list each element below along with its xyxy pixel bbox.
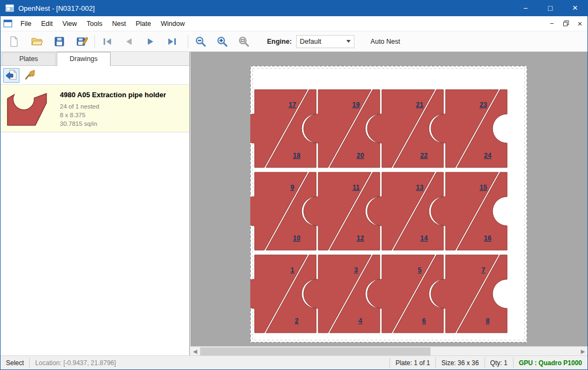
maximize-button[interactable]: □ — [538, 0, 563, 16]
status-mode: Select — [1, 358, 29, 368]
window-title: OpenNest - [N0317-002] — [18, 4, 513, 12]
drawing-size: 8 x 8.375 — [60, 111, 166, 119]
new-file-button[interactable] — [5, 33, 23, 50]
part-thumbnail — [6, 91, 49, 126]
part-number: 2 — [295, 317, 299, 325]
menu-item-view[interactable]: View — [58, 17, 82, 31]
part-number: 6 — [422, 317, 426, 325]
part-number: 10 — [293, 234, 300, 242]
menu-item-edit[interactable]: Edit — [36, 17, 58, 31]
part-number: 8 — [486, 317, 490, 325]
engine-select[interactable]: Default — [296, 35, 354, 48]
zoom-out-icon — [195, 36, 206, 47]
zoom-out-button[interactable] — [192, 33, 210, 50]
menu-item-window[interactable]: Window — [156, 17, 189, 31]
part-number: 21 — [416, 101, 423, 109]
first-arrow-icon — [102, 38, 112, 45]
save-button[interactable] — [50, 33, 69, 50]
status-size: Size: 36 x 36 — [436, 358, 484, 368]
part-number: 3 — [354, 266, 358, 274]
zoom-fit-button[interactable] — [235, 33, 253, 50]
import-arrow-icon — [5, 70, 17, 80]
part-number: 22 — [420, 152, 428, 159]
part-number: 12 — [357, 234, 364, 242]
zoom-in-icon — [217, 36, 228, 47]
mdi-minimize-button[interactable]: − — [545, 18, 558, 30]
broom-icon — [24, 70, 36, 80]
scroll-right-icon[interactable]: ▶ — [578, 347, 587, 355]
tab-plates[interactable]: Plates — [2, 52, 56, 65]
drawings-panel: Plates Drawings — [1, 52, 190, 355]
menubar: File Edit View Tools Nest Plate Window −… — [1, 16, 587, 31]
chevron-down-icon — [346, 40, 351, 43]
menu-item-nest[interactable]: Nest — [107, 17, 131, 31]
part-number: 16 — [484, 234, 491, 242]
restore-icon — [563, 21, 569, 26]
part-number: 7 — [482, 266, 486, 274]
drawings-toolbar — [1, 66, 189, 85]
drawing-list-item[interactable]: 4980 A05 Extraction pipe holder 24 of 1 … — [1, 85, 189, 132]
plate[interactable]: 171819202122232491011121314151612345678 — [250, 66, 527, 342]
status-qty: Qty: 1 — [485, 358, 513, 368]
zoom-in-button[interactable] — [213, 33, 231, 50]
save-as-button[interactable] — [73, 33, 91, 50]
part-number: 23 — [480, 101, 487, 109]
h-scrollbar[interactable]: ◀ ▶ — [190, 346, 587, 355]
status-location: Location: [-0.9437, 21.8796] — [30, 358, 121, 368]
status-plate: Plate: 1 of 1 — [390, 358, 435, 368]
app-icon — [5, 4, 14, 12]
drawing-title: 4980 A05 Extraction pipe holder — [60, 91, 166, 99]
window-titlebar: OpenNest - [N0317-002] − □ × — [1, 0, 587, 16]
statusbar: Select Location: [-0.9437, 21.8796] Plat… — [1, 355, 587, 369]
engine-value: Default — [300, 38, 346, 45]
part-number: 17 — [289, 101, 296, 109]
part-number: 15 — [480, 184, 487, 191]
nav-first-button[interactable] — [98, 33, 117, 50]
open-file-button[interactable] — [28, 33, 46, 50]
part-number: 5 — [418, 266, 422, 274]
main-toolbar: Engine: Default Auto Nest — [1, 31, 587, 52]
status-gpu: GPU : Quadro P1000 — [514, 358, 587, 368]
part-number: 20 — [357, 152, 364, 159]
auto-nest-button[interactable]: Auto Nest — [366, 36, 405, 48]
nav-prev-button[interactable] — [120, 33, 138, 50]
part-number: 11 — [352, 184, 359, 191]
menu-item-plate[interactable]: Plate — [131, 17, 156, 31]
save-floppy-icon — [54, 37, 64, 46]
part-number: 4 — [359, 317, 363, 325]
mdi-child-icon — [3, 19, 12, 28]
drawing-nested-count: 24 of 1 nested — [60, 102, 166, 111]
prev-arrow-icon — [124, 38, 134, 45]
h-scrollbar-thumb[interactable] — [200, 347, 430, 355]
nav-next-button[interactable] — [141, 33, 160, 50]
next-arrow-icon — [146, 38, 155, 45]
scroll-left-icon[interactable]: ◀ — [190, 347, 200, 355]
part-number: 18 — [293, 152, 300, 159]
part-number: 14 — [420, 234, 428, 242]
part-number: 24 — [484, 152, 491, 159]
part-number: 1 — [291, 266, 295, 274]
clear-drawings-button[interactable] — [22, 68, 38, 83]
zoom-fit-icon — [238, 36, 249, 47]
mdi-restore-button[interactable] — [559, 18, 572, 30]
nesting-canvas[interactable]: 171819202122232491011121314151612345678 … — [190, 52, 587, 355]
menu-item-file[interactable]: File — [16, 17, 36, 31]
tab-drawings[interactable]: Drawings — [57, 52, 111, 66]
part-number: 19 — [352, 101, 360, 109]
mdi-close-button[interactable]: × — [573, 18, 586, 30]
app-window: OpenNest - [N0317-002] − □ × File Edit V… — [0, 0, 588, 370]
import-drawing-button[interactable] — [3, 68, 19, 83]
part-number: 9 — [291, 184, 295, 191]
last-arrow-icon — [167, 38, 177, 45]
close-button[interactable]: × — [563, 0, 587, 16]
engine-label: Engine: — [267, 38, 292, 45]
drawing-area: 30.7815 sq/in — [60, 119, 166, 128]
new-page-icon — [9, 36, 19, 47]
save-as-icon — [77, 36, 88, 46]
panel-tabstrip: Plates Drawings — [1, 52, 189, 66]
menu-item-tools[interactable]: Tools — [82, 17, 107, 31]
part-number: 13 — [416, 184, 423, 191]
minimize-button[interactable]: − — [513, 0, 538, 16]
open-folder-icon — [31, 37, 43, 46]
nav-last-button[interactable] — [163, 33, 181, 50]
